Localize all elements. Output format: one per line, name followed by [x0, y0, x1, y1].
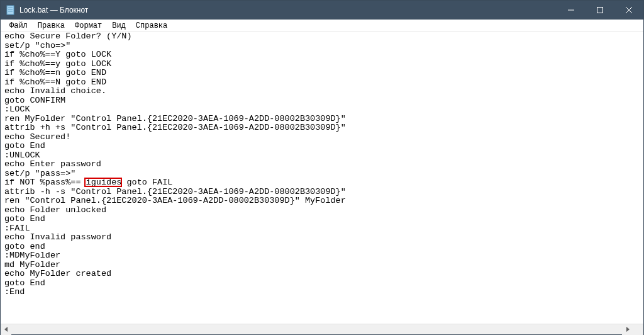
text-line: echo MyFolder created: [4, 270, 640, 279]
text-line: echo Secured!: [4, 133, 640, 142]
svg-marker-9: [626, 327, 630, 332]
titlebar[interactable]: Lock.bat — Блокнот: [1, 1, 643, 20]
svg-rect-5: [597, 8, 603, 13]
maximize-button[interactable]: [586, 1, 614, 20]
notepad-window: Lock.bat — Блокнот Файл Правка Формат Ви…: [0, 0, 644, 335]
window-controls: [557, 1, 643, 20]
text-line: goto end: [4, 242, 640, 252]
menu-help[interactable]: Справка: [131, 21, 172, 31]
text-line: echo Invalid choice.: [4, 87, 640, 96]
text-line: goto CONFIRM: [4, 96, 640, 106]
horizontal-scrollbar[interactable]: [1, 324, 643, 334]
text-line: :LOCK: [4, 105, 640, 115]
scroll-track[interactable]: [11, 324, 622, 334]
scrollbar-corner: [633, 324, 643, 335]
svg-rect-0: [7, 6, 14, 14]
text-line: :MDMyFolder: [4, 251, 640, 261]
text-line: if %cho%==N goto END: [4, 78, 640, 88]
text-line: echo Invalid password: [4, 233, 640, 242]
window-title: Lock.bat — Блокнот: [19, 6, 557, 14]
app-icon: [6, 5, 16, 15]
menu-edit[interactable]: Правка: [33, 21, 70, 31]
text-line: attrib -h -s "Control Panel.{21EC2020-3A…: [4, 188, 640, 197]
text-line: goto End: [4, 215, 640, 224]
content-area: echo Secure Folder? (Y/N)set/p "cho=>"if…: [1, 32, 643, 324]
menubar: Файл Правка Формат Вид Справка: [1, 20, 643, 32]
text-line: if %cho%==Y goto LOCK: [4, 50, 640, 60]
text-line: if %cho%==y goto LOCK: [4, 60, 640, 69]
text-line: if %cho%==n goto END: [4, 69, 640, 78]
text-line: :End: [4, 288, 640, 297]
text-line: goto End: [4, 279, 640, 288]
menu-file[interactable]: Файл: [4, 21, 33, 31]
text-line: echo Enter password: [4, 160, 640, 169]
text-line: ren MyFolder "Control Panel.{21EC2020-3A…: [4, 115, 640, 124]
text-line: :FAIL: [4, 224, 640, 234]
text-line: md MyFolder: [4, 261, 640, 270]
svg-marker-8: [4, 327, 8, 332]
text-line: set/p "pass=>": [4, 169, 640, 179]
text-line: set/p "cho=>": [4, 42, 640, 51]
scroll-left-button[interactable]: [1, 324, 11, 335]
text-line: ren "Control Panel.{21EC2020-3AEA-1069-A…: [4, 196, 640, 206]
text-line: goto End: [4, 142, 640, 151]
text-line: attrib +h +s "Control Panel.{21EC2020-3A…: [4, 123, 640, 133]
text-line: echo Folder unlocked: [4, 206, 640, 215]
minimize-button[interactable]: [557, 1, 586, 20]
text-line: :UNLOCK: [4, 151, 640, 161]
text-line: echo Secure Folder? (Y/N): [4, 32, 640, 42]
menu-view[interactable]: Вид: [107, 21, 131, 31]
close-button[interactable]: [614, 1, 643, 20]
text-editor[interactable]: echo Secure Folder? (Y/N)set/p "cho=>"if…: [1, 32, 643, 324]
menu-format[interactable]: Формат: [70, 21, 107, 31]
text-line: if NOT %pass%== iguides goto FAIL: [4, 178, 640, 188]
scroll-right-button[interactable]: [622, 324, 633, 335]
